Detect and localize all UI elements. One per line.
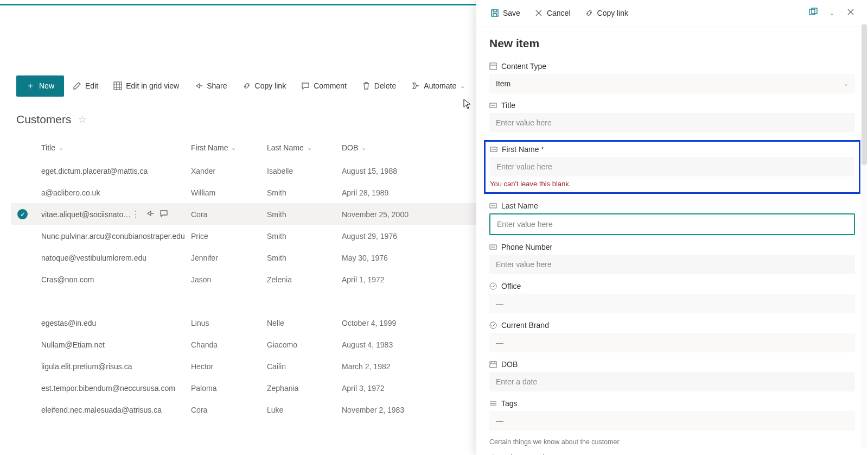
cell-first-name: Cora — [191, 210, 267, 219]
form-mode-button[interactable] — [805, 4, 822, 21]
cell-dob: August 15, 1988 — [342, 167, 429, 175]
close-icon — [846, 8, 855, 16]
cancel-button[interactable]: Cancel — [529, 5, 576, 21]
col-first-name[interactable]: First Name⌄ — [191, 143, 267, 152]
edit-grid-label: Edit in grid view — [126, 81, 179, 90]
item-marker-icon: ↗ — [41, 167, 43, 169]
first-name-label: First Name * — [502, 145, 544, 154]
panel-expand-button[interactable]: ⌄ — [825, 5, 839, 20]
cell-last-name: Zelenia — [267, 275, 342, 284]
cell-title: ↗vitae.aliquet@sociisnato… — [41, 210, 191, 219]
edit-grid-button[interactable]: Edit in grid view — [107, 77, 186, 95]
item-marker-icon: ↗ — [41, 232, 43, 235]
cell-dob: November 2, 1983 — [342, 406, 429, 414]
col-dob[interactable]: DOB⌄ — [342, 143, 429, 152]
favorite-star-icon[interactable]: ☆ — [78, 113, 87, 125]
share-button[interactable]: Share — [188, 77, 233, 95]
item-marker-icon: ↗ — [41, 384, 43, 387]
edit-label: Edit — [85, 81, 98, 90]
cell-first-name: Xander — [191, 167, 267, 175]
choice-icon — [489, 282, 497, 290]
cell-last-name: Giacomo — [267, 340, 342, 349]
choice-icon — [489, 321, 497, 329]
tags-select[interactable]: — — [489, 411, 855, 431]
cell-title: ↗ligula.elit.pretium@risus.ca — [41, 362, 191, 371]
svg-point-9 — [490, 283, 496, 289]
cell-last-name: Smith — [267, 232, 342, 241]
cell-last-name: Isabelle — [267, 167, 342, 175]
flow-icon — [411, 81, 420, 90]
text-icon — [490, 146, 497, 153]
field-tags: Tags — — [489, 399, 855, 431]
cell-title: ↗egestas@in.edu — [41, 319, 191, 327]
save-button[interactable]: Save — [485, 5, 526, 21]
content-type-label: Content Type — [501, 62, 546, 71]
comment-button[interactable]: Comment — [295, 77, 353, 95]
save-icon — [490, 9, 499, 17]
cell-last-name: Nelle — [267, 319, 342, 327]
content-type-select[interactable]: Item ⌄ — [489, 74, 855, 93]
cell-first-name: Paloma — [191, 384, 267, 393]
first-name-error: You can't leave this blank. — [490, 180, 854, 188]
item-marker-icon: ↗ — [41, 275, 43, 278]
cell-dob: April 3, 1972 — [342, 384, 429, 393]
panel-copylink-button[interactable]: Copy link — [579, 5, 634, 21]
cell-title: ↗eget.dictum.placerat@mattis.ca — [41, 167, 191, 175]
close-icon — [534, 9, 543, 17]
share-icon — [194, 81, 203, 90]
cell-dob: March 2, 1982 — [342, 362, 429, 371]
cell-dob: August 4, 1983 — [342, 340, 429, 349]
automate-button[interactable]: Automate ⌄ — [405, 77, 471, 95]
office-label: Office — [501, 282, 521, 290]
row-share-icon[interactable] — [145, 209, 154, 218]
dob-input[interactable] — [489, 372, 855, 391]
field-office: Office — — [489, 282, 855, 313]
svg-rect-1 — [492, 10, 498, 16]
field-title: Title — [489, 101, 855, 132]
cell-first-name: Jennifer — [191, 254, 267, 262]
chevron-down-icon: ⌄ — [829, 10, 834, 16]
grid-icon — [113, 81, 122, 90]
row-comment-icon[interactable] — [159, 209, 168, 218]
brand-select[interactable]: — — [489, 333, 855, 352]
share-label: Share — [207, 81, 227, 90]
tags-icon — [489, 400, 497, 407]
chevron-down-icon: ⌄ — [307, 144, 312, 151]
cell-title: ↗Nullam@Etiam.net — [41, 340, 191, 349]
first-name-input[interactable] — [490, 157, 854, 176]
edit-button[interactable]: Edit — [66, 77, 105, 95]
col-last-name[interactable]: Last Name⌄ — [267, 143, 342, 152]
delete-button[interactable]: Delete — [355, 77, 403, 95]
panel-copylink-label: Copy link — [597, 9, 629, 17]
text-icon — [489, 102, 497, 109]
cell-title: ↗Nunc.pulvinar.arcu@conubianostraper.edu — [41, 232, 191, 241]
copylink-button[interactable]: Copy link — [236, 77, 293, 95]
cell-first-name: Cora — [191, 406, 267, 414]
new-button[interactable]: ＋ New — [16, 75, 64, 97]
office-select[interactable]: — — [489, 294, 855, 313]
link-icon — [585, 9, 593, 17]
col-title[interactable]: Title⌄ — [41, 143, 191, 152]
chevron-down-icon: ⌄ — [59, 144, 63, 151]
cell-title: ↗a@aclibero.co.uk — [41, 188, 191, 197]
phone-label: Phone Number — [501, 243, 552, 251]
item-marker-icon: ↗ — [41, 340, 43, 343]
cell-last-name: Luke — [267, 406, 342, 414]
contenttype-icon — [489, 62, 497, 70]
field-first-name: First Name * You can't leave this blank. — [484, 140, 860, 194]
cell-dob: August 29, 1976 — [342, 232, 429, 241]
field-content-type: Content Type Item ⌄ — [489, 62, 855, 93]
cell-title: ↗est.tempor.bibendum@neccursusa.com — [41, 384, 191, 393]
phone-input[interactable] — [489, 255, 855, 274]
row-check-icon[interactable]: ✓ — [17, 209, 28, 219]
panel-scrollbar-thumb[interactable] — [861, 24, 867, 165]
row-more-icon[interactable]: ⋮ — [131, 209, 140, 219]
cell-dob: April 1, 1972 — [342, 275, 429, 284]
text-icon — [489, 202, 497, 210]
cell-first-name: Jason — [191, 275, 267, 284]
last-name-input[interactable] — [489, 213, 855, 235]
cell-dob: April 28, 1989 — [342, 188, 429, 197]
panel-close-button[interactable] — [842, 4, 859, 21]
title-input[interactable] — [489, 113, 855, 132]
field-hint: Certain things we know about the custome… — [489, 438, 855, 446]
